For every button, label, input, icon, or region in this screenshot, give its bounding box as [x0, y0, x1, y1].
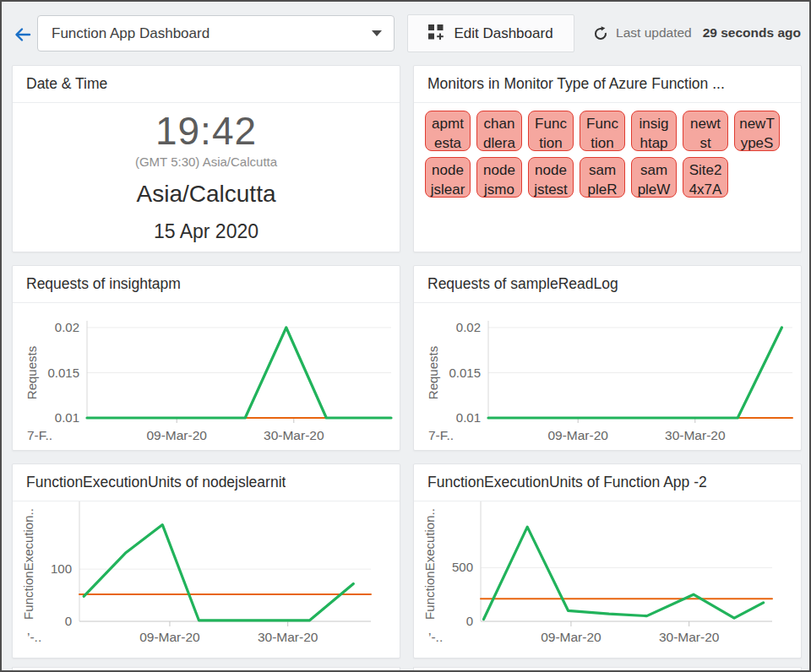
tile-monitors-header: Monitors in Monitor Type of Azure Functi…	[414, 66, 801, 103]
badge-line1: newT	[735, 114, 779, 133]
tile-monitors: Monitors in Monitor Type of Azure Functi…	[413, 65, 802, 252]
monitor-badge[interactable]: sampleW	[631, 157, 677, 198]
y-axis-title: FunctionExecution..	[21, 508, 35, 620]
badge-line2: jstest	[529, 180, 573, 198]
series-line-FunctionExecutionUnits	[84, 525, 353, 621]
badge-line1: insig	[632, 114, 676, 133]
chart-canvas[interactable]: 0.010.0150.0209-Mar-2030-Mar-207-F..Requ…	[13, 303, 400, 451]
last-updated-label: Last updated	[616, 25, 692, 41]
monitor-badge[interactable]: insightap	[631, 111, 677, 151]
gmt-offset: (GMT 5:30) Asia/Calcutta	[135, 154, 277, 169]
y-tick-label: 0	[466, 614, 473, 628]
back-button[interactable]	[12, 24, 34, 46]
x-tick-label: 30-Mar-20	[258, 630, 318, 644]
dashboard-select[interactable]: Function App Dashboard	[37, 15, 395, 51]
tile-date-time-header: Date & Time	[13, 66, 400, 103]
x-tick-label: 30-Mar-20	[659, 630, 720, 644]
badge-line2: tion	[529, 133, 573, 151]
y-tick-label: 0	[65, 614, 72, 628]
chart-body: 050009-Mar-2030-Mar-20’-..FunctionExecut…	[414, 501, 801, 658]
series-line-FunctionExecutionUnits	[484, 527, 764, 619]
tile-chart-requests-insightapm: Requests of insightapm 0.010.0150.0209-M…	[12, 265, 400, 451]
edit-dashboard-button[interactable]: Edit Dashboard	[407, 14, 574, 52]
badge-line1: apmt	[426, 114, 470, 133]
badge-line1: sam	[580, 160, 624, 180]
x-edge-label: 7-F..	[428, 428, 454, 442]
x-edge-label: ’-..	[27, 630, 41, 644]
y-tick-label: 0.02	[55, 320, 79, 334]
y-axis-title: Requests	[24, 346, 39, 399]
last-updated-value: 29 seconds ago	[703, 25, 801, 41]
monitor-badge[interactable]: nodejslear	[425, 157, 471, 198]
badge-line1: Func	[529, 114, 573, 133]
partial-tile-right	[413, 667, 802, 672]
badge-line2: dlera	[477, 133, 521, 151]
badge-line2: htap	[632, 133, 676, 151]
dashboard-page: Function App Dashboard Edit Dashboard La…	[0, 0, 811, 672]
dashboard-grid-plus-icon	[428, 24, 444, 43]
y-tick-label: 0.015	[449, 366, 481, 380]
x-edge-label: 7-F..	[27, 428, 52, 442]
chart-canvas[interactable]: 0.010.0150.0209-Mar-2030-Mar-207-F..Requ…	[414, 303, 802, 451]
chart-title: FunctionExecutionUnits of Function App -…	[427, 474, 707, 491]
badge-line1: node	[426, 160, 470, 180]
x-tick-label: 09-Mar-20	[139, 630, 200, 644]
badge-line1: node	[477, 160, 521, 180]
chart-body: 0.010.0150.0209-Mar-2030-Mar-207-F..Requ…	[414, 303, 801, 451]
badge-line2: pleR	[580, 180, 624, 198]
y-axis-title: FunctionExecution..	[422, 508, 437, 620]
monitor-badge[interactable]: Site24x7A	[683, 157, 728, 198]
monitor-badge[interactable]: sampleR	[580, 157, 625, 198]
monitor-badge[interactable]: newTypeS	[734, 111, 780, 151]
chart-canvas[interactable]: 010009-Mar-2030-Mar-20’-..FunctionExecut…	[13, 501, 400, 658]
current-date: 15 Apr 2020	[154, 220, 259, 243]
badge-line1: Func	[580, 114, 624, 133]
monitor-badge[interactable]: newtst	[683, 111, 728, 151]
x-tick-label: 30-Mar-20	[264, 428, 324, 442]
arrow-left-icon	[14, 26, 32, 46]
y-axis-title: Requests	[426, 346, 440, 399]
chart-header: Requests of insightapm	[13, 266, 400, 303]
chart-header: Requests of sampleReadLog	[414, 266, 801, 303]
tile-chart-feu-functionapp2: FunctionExecutionUnits of Function App -…	[413, 463, 802, 658]
badge-line2: esta	[426, 133, 470, 151]
badge-line2: pleW	[632, 180, 676, 198]
badge-line2: ypeS	[735, 133, 779, 151]
monitor-badge[interactable]: chandlera	[476, 111, 522, 151]
badge-line2: jslear	[426, 180, 470, 198]
badge-line1: node	[529, 160, 573, 180]
chart-header: FunctionExecutionUnits of Function App -…	[414, 464, 801, 501]
y-tick-label: 0.015	[47, 366, 79, 380]
badge-line1: newt	[683, 114, 727, 133]
monitor-badge[interactable]: Function	[528, 111, 574, 151]
x-tick-label: 09-Mar-20	[547, 428, 608, 442]
monitor-badge[interactable]: nodejsmo	[476, 157, 522, 198]
chevron-down-icon	[372, 30, 382, 36]
chart-header: FunctionExecutionUnits of nodejslearnit	[13, 464, 400, 501]
refresh-icon[interactable]	[593, 25, 608, 41]
y-tick-label: 100	[51, 561, 72, 576]
badge-line1: Site2	[683, 160, 727, 180]
tile-chart-feu-nodejslearnit: FunctionExecutionUnits of nodejslearnit …	[12, 463, 400, 658]
tile-date-time: Date & Time 19:42 (GMT 5:30) Asia/Calcut…	[12, 65, 400, 252]
badge-line2: jsmo	[477, 180, 521, 198]
x-tick-label: 09-Mar-20	[146, 428, 207, 442]
edit-dashboard-label: Edit Dashboard	[454, 25, 552, 42]
timezone-name: Asia/Calcutta	[137, 181, 276, 208]
date-time-body: 19:42 (GMT 5:30) Asia/Calcutta Asia/Calc…	[13, 103, 400, 252]
dashboard-select-value: Function App Dashboard	[52, 25, 372, 42]
chart-title: Requests of sampleReadLog	[427, 275, 618, 293]
tile-monitors-title: Monitors in Monitor Type of Azure Functi…	[427, 75, 725, 93]
chart-body: 010009-Mar-2030-Mar-20’-..FunctionExecut…	[13, 501, 400, 658]
chart-canvas[interactable]: 050009-Mar-2030-Mar-20’-..FunctionExecut…	[414, 501, 802, 658]
y-tick-label: 0.01	[55, 410, 79, 425]
badge-line2: st	[683, 133, 727, 151]
tile-date-time-title: Date & Time	[26, 75, 107, 93]
badge-line2: 4x7A	[683, 180, 727, 198]
monitor-badge[interactable]: nodejstest	[528, 157, 574, 198]
monitor-badge[interactable]: Function	[580, 111, 625, 151]
tile-chart-requests-samplereadlog: Requests of sampleReadLog 0.010.0150.020…	[413, 265, 802, 451]
monitor-badge[interactable]: apmtesta	[425, 111, 471, 151]
x-tick-label: 30-Mar-20	[665, 428, 726, 442]
chart-body: 0.010.0150.0209-Mar-2030-Mar-207-F..Requ…	[13, 303, 400, 451]
